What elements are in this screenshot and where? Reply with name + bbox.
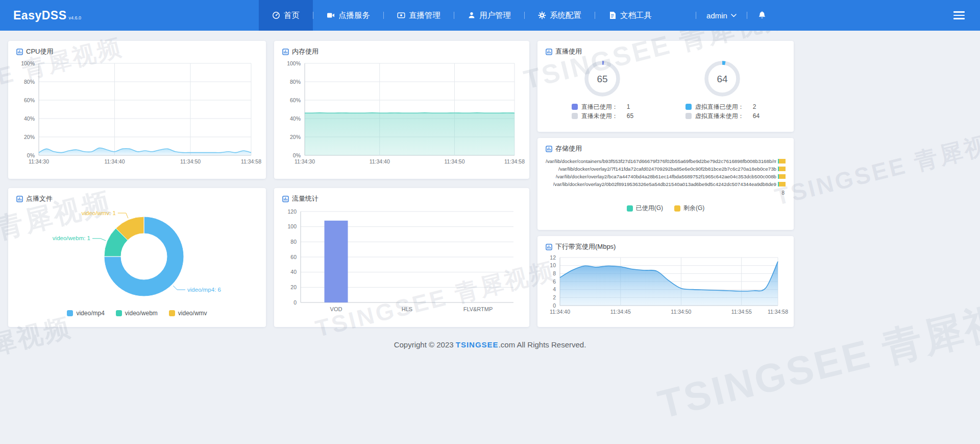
svg-text:video/wmv: 1: video/wmv: 1: [82, 210, 116, 216]
legend-swatch: [67, 310, 73, 316]
nav-item-settings[interactable]: 系统配置: [525, 0, 595, 31]
card-title: 流量统计: [282, 194, 521, 203]
gauge-legend: 虚拟直播已使用：2虚拟直播未使用：64: [685, 102, 760, 121]
main-nav: 首页点播服务直播管理用户管理系统配置文档工具: [259, 0, 665, 31]
legend-swatch: [685, 104, 692, 110]
chart-card-icon: [282, 196, 289, 202]
hamburger-menu-icon[interactable]: [953, 11, 965, 19]
card-title-text: 点播文件: [26, 194, 53, 203]
legend-swatch: [116, 310, 122, 316]
nav-item-docs[interactable]: 文档工具: [595, 0, 665, 31]
svg-text:11:34:58: 11:34:58: [768, 309, 788, 315]
nav-item-label: 系统配置: [550, 10, 581, 21]
svg-text:0: 0: [553, 302, 556, 309]
card-memory-usage: 内存使用 0%20%40%60%80%100%11:34:3011:34:401…: [274, 41, 529, 179]
storage-row: /var/lib/docker/overlay2/7f141fda72cafd0…: [546, 165, 786, 173]
nav-item-users[interactable]: 用户管理: [454, 0, 524, 31]
legend-item[interactable]: 剩余(G): [674, 204, 704, 213]
legend-item[interactable]: video/wmv: [169, 310, 207, 317]
gauge-legend-label: 虚拟直播已使用：: [695, 102, 744, 111]
svg-text:40%: 40%: [290, 115, 301, 122]
svg-text:11:34:45: 11:34:45: [610, 309, 631, 315]
svg-text:100: 100: [287, 223, 297, 229]
svg-text:11:34:58: 11:34:58: [504, 158, 525, 165]
storage-bar: [778, 174, 786, 179]
legend-swatch: [627, 205, 633, 212]
storage-bar-free: [779, 159, 786, 163]
svg-text:20%: 20%: [24, 134, 35, 140]
svg-text:11:34:40: 11:34:40: [550, 309, 570, 315]
card-bandwidth-usage: 下行带宽使用(Mbps) 02468101211:34:4011:34:4511…: [537, 236, 794, 327]
svg-text:0%: 0%: [27, 152, 35, 158]
user-name: admin: [706, 11, 727, 20]
live-gauge: 64虚拟直播已使用：2虚拟直播未使用：64: [685, 57, 760, 121]
nav-item-live[interactable]: 直播管理: [384, 0, 454, 31]
card-traffic-stats: 流量统计 020406080100120VODHLSFLV&RTMP: [274, 188, 529, 327]
chart-card-icon: [546, 49, 552, 55]
svg-text:11:34:50: 11:34:50: [444, 158, 464, 165]
nav-item-label: 直播管理: [409, 10, 440, 21]
legend-swatch: [685, 113, 692, 119]
svg-text:4: 4: [553, 286, 556, 292]
storage-bar-rows: /var/lib/docker/containers/b93f553f27d16…: [546, 157, 786, 188]
svg-text:100%: 100%: [287, 60, 301, 66]
card-title: 内存使用: [282, 47, 521, 56]
storage-path-label: /var/lib/docker/overlay2/bca7a44740bd4a2…: [556, 173, 777, 180]
storage-bar: [778, 167, 786, 171]
svg-text:10: 10: [550, 262, 556, 268]
card-vod-files: 点播文件 video/mp4: 6video/webm: 1video/wmv:…: [8, 188, 266, 327]
legend-swatch: [572, 104, 578, 110]
svg-text:11:34:50: 11:34:50: [671, 309, 691, 315]
legend-swatch: [169, 310, 175, 316]
storage-bar: [778, 182, 786, 186]
live-usage-gauges: 65直播已使用：1直播未使用：6564虚拟直播已使用：2虚拟直播未使用：64: [546, 57, 786, 121]
user-menu[interactable]: admin: [706, 11, 737, 20]
legend-label: 已使用(G): [636, 204, 663, 213]
nav-item-label: 用户管理: [479, 10, 511, 21]
svg-text:FLV&RTMP: FLV&RTMP: [463, 306, 493, 312]
nav-item-vod[interactable]: 点播服务: [313, 0, 383, 31]
legend-item[interactable]: video/webm: [116, 310, 158, 317]
card-title-text: 下行带宽使用(Mbps): [555, 242, 616, 251]
nav-item-home[interactable]: 首页: [259, 0, 313, 31]
card-title: 存储使用: [546, 144, 786, 153]
live-gauge: 65直播已使用：1直播未使用：65: [572, 57, 633, 121]
cpu-usage-chart: 0%20%40%60%80%100%11:34:3011:34:4011:34:…: [16, 58, 258, 172]
chart-card-icon: [16, 49, 23, 55]
legend-item[interactable]: video/mp4: [67, 310, 104, 317]
svg-text:100%: 100%: [21, 60, 35, 66]
brand[interactable]: EasyDSS v4.6.0: [13, 9, 81, 22]
card-title-text: 直播使用: [555, 47, 582, 56]
footer-brand[interactable]: TSINGSEE: [456, 340, 499, 349]
live-icon: [397, 11, 405, 19]
chart-card-icon: [546, 244, 552, 250]
vod-files-pie-chart: video/mp4: 6video/webm: 1video/wmv: 1: [16, 205, 258, 309]
bell-icon[interactable]: [757, 11, 767, 20]
storage-axis-label: 8: [546, 190, 785, 196]
app-version: v4.6.0: [69, 15, 82, 20]
gauge-legend-label: 直播未使用：: [581, 111, 618, 121]
storage-row: /var/lib/docker/overlay2/0b02f8919536326…: [546, 180, 786, 188]
storage-bar-free: [779, 182, 786, 186]
nav-separator: [747, 12, 747, 19]
navbar: EasyDSS v4.6.0 首页点播服务直播管理用户管理系统配置文档工具 ad…: [0, 0, 980, 31]
legend-label: video/webm: [125, 310, 158, 317]
svg-text:0: 0: [293, 299, 297, 306]
legend-item[interactable]: 已使用(G): [627, 204, 663, 213]
svg-text:VOD: VOD: [330, 306, 342, 312]
legend-label: 剩余(G): [683, 204, 704, 213]
nav-item-label: 点播服务: [338, 10, 370, 21]
chart-card-icon: [282, 49, 289, 55]
chevron-down-icon: [731, 14, 737, 17]
card-title-text: CPU使用: [26, 47, 53, 56]
svg-text:2: 2: [553, 294, 556, 300]
card-title: 点播文件: [16, 194, 258, 203]
storage-bar-free: [779, 167, 786, 171]
copyright-text: Copyright © 2023: [394, 340, 456, 349]
svg-text:0%: 0%: [293, 152, 301, 158]
storage-bar: [778, 159, 786, 163]
gauge-legend-row: 直播未使用：65: [572, 111, 633, 121]
card-title: 直播使用: [546, 47, 786, 56]
svg-text:60%: 60%: [24, 97, 35, 103]
svg-text:40: 40: [290, 269, 297, 275]
